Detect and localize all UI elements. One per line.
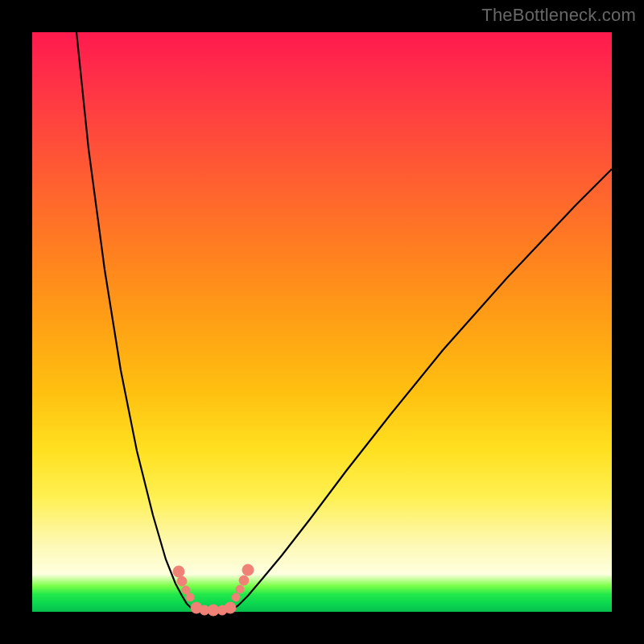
data-marker <box>239 576 249 585</box>
chart-svg <box>32 32 612 612</box>
data-marker <box>236 585 244 593</box>
plot-area <box>32 32 612 612</box>
data-marker <box>177 576 187 586</box>
outer-frame: TheBottleneck.com <box>0 0 644 644</box>
data-marker <box>242 564 254 576</box>
data-marker <box>173 566 184 577</box>
curve-left <box>76 32 195 610</box>
data-marker <box>182 586 190 594</box>
data-marker <box>232 593 240 601</box>
watermark-text: TheBottleneck.com <box>481 5 636 26</box>
curve-right <box>232 169 612 610</box>
data-marker <box>225 602 236 613</box>
markers-group <box>173 564 254 616</box>
data-marker <box>186 593 194 601</box>
